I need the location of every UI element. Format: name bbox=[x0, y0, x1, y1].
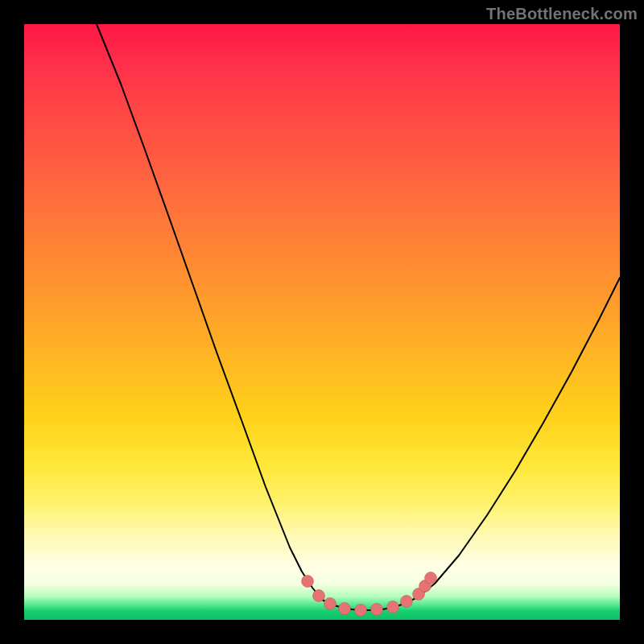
watermark-text: TheBottleneck.com bbox=[486, 5, 638, 23]
valley-dot bbox=[313, 590, 325, 602]
valley-dot bbox=[425, 572, 437, 584]
valley-dot bbox=[324, 598, 336, 610]
curve-layer bbox=[24, 24, 620, 620]
valley-dot bbox=[371, 604, 383, 616]
valley-dot bbox=[302, 576, 314, 588]
valley-dot bbox=[387, 601, 399, 613]
valley-dot bbox=[339, 603, 351, 615]
plot-area bbox=[24, 24, 620, 620]
valley-dot bbox=[401, 596, 413, 608]
chart-stage: TheBottleneck.com bbox=[0, 0, 644, 644]
valley-dot bbox=[355, 605, 367, 617]
bottleneck-curve bbox=[97, 24, 620, 610]
